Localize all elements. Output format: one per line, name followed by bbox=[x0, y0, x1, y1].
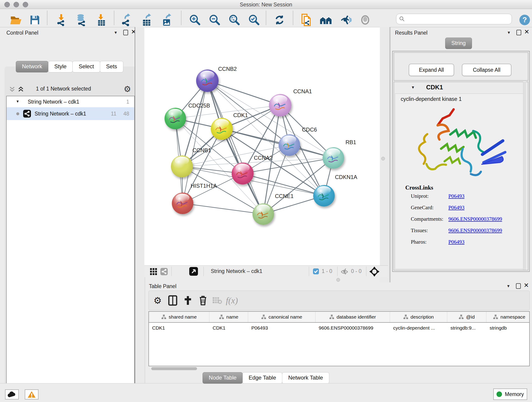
table-horizontal-scrollbar[interactable] bbox=[151, 367, 197, 370]
network-name: String Network – cdk1 bbox=[35, 111, 86, 117]
column-header--id[interactable]: @id bbox=[447, 312, 486, 322]
import-table-file-button[interactable] bbox=[95, 13, 108, 26]
right-splitter[interactable] bbox=[380, 27, 390, 282]
float-panel-icon[interactable] bbox=[516, 30, 521, 35]
hide-selected-button[interactable] bbox=[340, 13, 352, 26]
collapse-panel-icon[interactable]: ▼ bbox=[505, 29, 512, 36]
copy-network-button[interactable] bbox=[300, 13, 312, 26]
node-CCNB2[interactable] bbox=[196, 70, 219, 92]
view-toolbar-separator bbox=[337, 267, 337, 276]
tab-sets[interactable]: Sets bbox=[100, 61, 123, 72]
help-button[interactable]: ? bbox=[518, 13, 531, 26]
node-CDC6[interactable] bbox=[279, 134, 300, 156]
entry-collapse-icon[interactable]: ▼ bbox=[411, 85, 415, 90]
results-scrollbar[interactable] bbox=[523, 82, 526, 270]
node-CCNA2[interactable] bbox=[232, 162, 254, 185]
memory-button[interactable]: Memory bbox=[493, 389, 527, 400]
tab-network-table[interactable]: Network Table bbox=[282, 372, 329, 384]
update-network-button[interactable] bbox=[273, 13, 286, 26]
toolbar-separator bbox=[181, 11, 181, 25]
table-row[interactable]: CDK1CDK1P064939606.ENSP00000378699cyclin… bbox=[149, 323, 529, 333]
node-CCNE1[interactable] bbox=[253, 203, 274, 225]
zoom-in-button[interactable] bbox=[189, 13, 201, 26]
left-splitter[interactable] bbox=[135, 27, 145, 383]
attribute-tree-icon bbox=[493, 314, 498, 319]
crosslink-link[interactable]: P06493 bbox=[448, 239, 464, 245]
tab-network[interactable]: Network bbox=[16, 61, 48, 72]
splitter-handle[interactable] bbox=[381, 157, 385, 160]
cloud-status-button[interactable] bbox=[5, 389, 19, 400]
node-CCNB1[interactable] bbox=[171, 155, 193, 177]
column-header-namespace[interactable]: namespace bbox=[486, 312, 530, 322]
tab-edge-table[interactable]: Edge Table bbox=[242, 372, 282, 384]
column-header-shared-name[interactable]: shared name bbox=[149, 312, 209, 322]
search-input[interactable] bbox=[406, 15, 508, 23]
gene-entry-header[interactable]: ▼ CDK1 bbox=[394, 82, 528, 93]
expand-all-button[interactable]: Expand All bbox=[409, 64, 454, 76]
node-CDC25B[interactable] bbox=[165, 108, 186, 129]
zoom-fit-button[interactable] bbox=[228, 13, 241, 26]
close-panel-icon[interactable]: ✕ bbox=[523, 282, 530, 289]
node-label-HIST1H1A: HIST1H1A bbox=[191, 183, 217, 189]
tree-expand-icon[interactable]: ▼ bbox=[16, 99, 19, 104]
zoom-out-button[interactable] bbox=[208, 13, 221, 26]
function-builder-icon[interactable]: f(x) bbox=[226, 294, 238, 307]
grid-view-icon[interactable] bbox=[150, 268, 157, 275]
export-network-button[interactable] bbox=[120, 13, 133, 26]
splitter-handle[interactable] bbox=[336, 278, 340, 282]
node-HIST1H1A[interactable] bbox=[172, 192, 193, 214]
close-panel-icon[interactable]: ✕ bbox=[523, 28, 530, 35]
network-selector-bar: 1 of 1 Network selected ⚙ bbox=[6, 83, 135, 95]
import-network-database-button[interactable] bbox=[74, 13, 87, 26]
first-neighbors-button[interactable] bbox=[319, 13, 332, 26]
export-image-button[interactable] bbox=[161, 13, 173, 26]
network-collection-row[interactable]: ▼ String Network – cdk1 1 bbox=[7, 96, 134, 107]
show-graphics-details-button[interactable] bbox=[359, 13, 372, 26]
collapse-panel-icon[interactable]: ▼ bbox=[505, 283, 512, 290]
selected-checkbox-icon[interactable] bbox=[313, 268, 319, 274]
warnings-button[interactable] bbox=[25, 389, 38, 400]
node-CDKN1A[interactable] bbox=[313, 185, 335, 206]
float-panel-icon[interactable] bbox=[123, 30, 128, 35]
tab-node-table[interactable]: Node Table bbox=[203, 372, 243, 384]
create-column-icon[interactable] bbox=[182, 294, 194, 307]
delete-table-icon[interactable] bbox=[211, 294, 223, 307]
float-panel-icon[interactable] bbox=[516, 283, 521, 289]
column-header-database-identifier[interactable]: database identifier bbox=[316, 312, 390, 322]
column-header-description[interactable]: description bbox=[390, 312, 447, 322]
crosshair-icon[interactable] bbox=[369, 267, 380, 277]
import-network-file-button[interactable] bbox=[55, 13, 68, 26]
birds-eye-view-icon[interactable] bbox=[189, 267, 198, 276]
column-header-name[interactable]: name bbox=[209, 312, 248, 322]
zoom-selected-button[interactable] bbox=[248, 13, 260, 26]
network-edge-count: 48 bbox=[123, 111, 129, 117]
node-CDK1[interactable] bbox=[211, 118, 233, 140]
crosslink-link[interactable]: P06493 bbox=[448, 205, 464, 211]
node-RB1[interactable] bbox=[323, 147, 344, 169]
save-session-button[interactable] bbox=[28, 13, 41, 26]
column-header-canonical-name[interactable]: canonical name bbox=[248, 312, 316, 322]
table-settings-gear-icon[interactable]: ⚙ bbox=[152, 294, 164, 307]
network-canvas[interactable]: CCNB2CCNA1CDC25BCDK1CDC6RB1CCNB1CCNA2CDK… bbox=[144, 27, 380, 265]
collapse-all-button[interactable]: Collapse All bbox=[462, 64, 511, 76]
show-columns-icon[interactable] bbox=[167, 294, 179, 307]
tab-string[interactable]: String bbox=[445, 38, 472, 49]
network-options-gear-icon[interactable]: ⚙ bbox=[124, 84, 131, 94]
edge-CDK1-RB1 bbox=[222, 129, 333, 158]
network-row-selected[interactable]: String Network – cdk1 11 48 bbox=[7, 107, 134, 120]
open-session-button[interactable] bbox=[10, 13, 22, 26]
table-toolbar: ⚙ f(x) bbox=[148, 291, 530, 310]
crosslink-link[interactable]: 9606.ENSP00000378699 bbox=[448, 216, 502, 222]
collapse-panel-icon[interactable]: ▼ bbox=[112, 29, 119, 36]
collection-name: String Network – cdk1 bbox=[28, 99, 79, 105]
export-table-button[interactable] bbox=[140, 13, 153, 26]
node-CCNA1[interactable] bbox=[269, 94, 291, 116]
delete-column-icon[interactable] bbox=[197, 294, 209, 307]
hidden-eye-icon[interactable] bbox=[341, 268, 348, 275]
tab-style[interactable]: Style bbox=[48, 61, 73, 72]
network-share-view-icon[interactable] bbox=[160, 268, 168, 275]
crosslink-link[interactable]: P06493 bbox=[448, 193, 464, 199]
tab-select[interactable]: Select bbox=[72, 61, 100, 72]
node-label-CDC25B: CDC25B bbox=[188, 102, 210, 109]
crosslink-link[interactable]: 9606.ENSP00000378699 bbox=[448, 228, 502, 234]
